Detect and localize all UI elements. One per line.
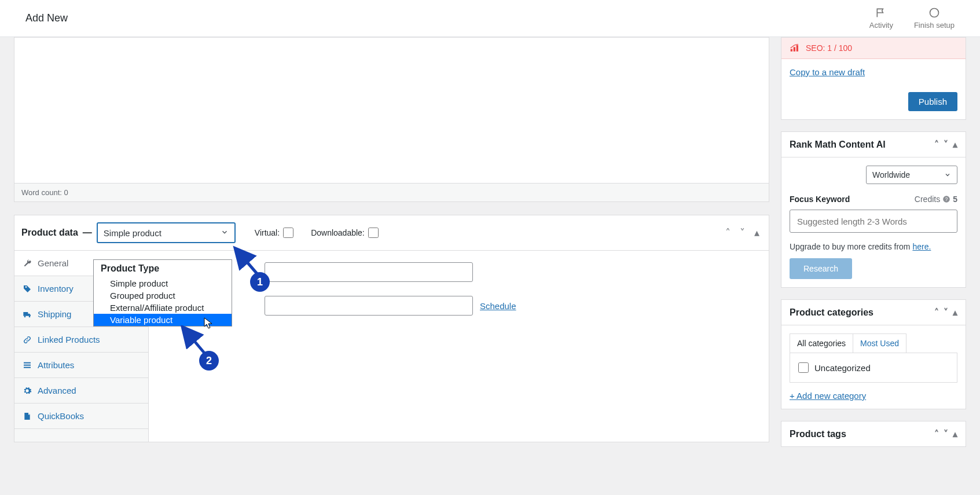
tab-advanced[interactable]: Advanced (14, 378, 148, 404)
schedule-link[interactable]: Schedule (480, 301, 516, 311)
tab-linked-products[interactable]: Linked Products (14, 327, 148, 353)
virtual-checkbox-wrap[interactable]: Virtual: (255, 228, 293, 238)
seo-score-label: SEO: 1 / 100 (806, 43, 852, 53)
panel-down-icon[interactable]: ˅ (944, 139, 948, 150)
top-header: Add New Activity Finish setup (0, 0, 980, 37)
list-icon (23, 361, 32, 370)
panel-up-icon[interactable]: ˄ (934, 307, 939, 318)
product-type-dropdown[interactable]: Product Type Simple product Grouped prod… (93, 259, 232, 327)
finish-setup-label: Finish setup (914, 21, 955, 30)
uncategorized-label: Uncategorized (814, 363, 871, 373)
svg-rect-5 (794, 47, 795, 52)
svg-text:?: ? (945, 197, 948, 202)
cat-tab-most-used[interactable]: Most Used (853, 334, 906, 353)
tag-icon (23, 284, 32, 294)
virtual-label: Virtual: (255, 228, 280, 237)
svg-line-10 (237, 250, 258, 275)
research-button[interactable]: Research (790, 258, 852, 279)
link-icon (23, 335, 32, 344)
word-count: Word count: 0 (21, 188, 68, 197)
panel-down-icon[interactable]: ˅ (944, 428, 948, 439)
chevron-down-icon (221, 228, 229, 238)
panel-down-icon[interactable]: ˅ (944, 307, 948, 318)
cursor-icon (204, 317, 213, 329)
upgrade-link[interactable]: here. (912, 242, 931, 251)
panel-toggle-icon[interactable]: ▴ (953, 428, 957, 439)
option-grouped-product[interactable]: Grouped product (94, 289, 232, 302)
sale-price-field[interactable] (265, 296, 473, 316)
help-icon[interactable]: ? (942, 195, 950, 203)
tab-attributes-label: Attributes (38, 360, 74, 370)
publish-box: SEO: 1 / 100 Copy to a new draft Publish (781, 37, 966, 120)
dropdown-group-label: Product Type (94, 260, 232, 277)
annotation-badge-1: 1 (250, 272, 270, 292)
panel-toggle-icon[interactable]: ▴ (953, 139, 957, 150)
scope-select[interactable]: Worldwide (866, 166, 957, 184)
rankmath-box: Rank Math Content AI ˄ ˅ ▴ Worldwide Foc… (781, 131, 966, 288)
downloadable-label: Downloadable: (311, 228, 365, 237)
tab-attributes[interactable]: Attributes (14, 353, 148, 378)
rankmath-title: Rank Math Content AI (790, 140, 886, 150)
uncategorized-checkbox[interactable] (798, 362, 809, 373)
downloadable-checkbox[interactable] (368, 228, 379, 238)
option-external-product[interactable]: External/Affiliate product (94, 302, 232, 314)
tab-general-label: General (38, 258, 68, 268)
tab-inventory-label: Inventory (38, 284, 74, 294)
option-simple-product[interactable]: Simple product (94, 277, 232, 289)
focus-keyword-field[interactable] (790, 210, 957, 233)
downloadable-checkbox-wrap[interactable]: Downloadable: (311, 228, 379, 238)
panel-up-icon[interactable]: ˄ (934, 428, 939, 439)
tab-quickbooks[interactable]: QuickBooks (14, 404, 148, 429)
dash: — (83, 228, 92, 238)
content-editor[interactable]: Word count: 0 (14, 37, 769, 202)
product-type-selected: Simple product (104, 228, 162, 238)
categories-title: Product categories (790, 307, 873, 318)
tab-linked-label: Linked Products (38, 335, 100, 344)
svg-line-12 (184, 329, 205, 354)
svg-rect-3 (24, 366, 31, 368)
copy-to-draft-link[interactable]: Copy to a new draft (790, 67, 865, 77)
credits-value: 5 (953, 195, 957, 204)
panel-down-icon[interactable]: ˅ (737, 225, 747, 240)
product-categories-box: Product categories ˄ ˅ ▴ All categories … (781, 299, 966, 409)
svg-rect-2 (24, 364, 31, 365)
panel-toggle-icon[interactable]: ▴ (953, 307, 957, 318)
panel-up-icon[interactable]: ˄ (934, 139, 939, 150)
circle-icon (928, 7, 940, 19)
flag-icon (875, 7, 887, 19)
tab-quickbooks-label: QuickBooks (38, 411, 84, 421)
finish-setup-button[interactable]: Finish setup (914, 7, 955, 30)
cat-tab-all[interactable]: All categories (790, 334, 853, 353)
panel-up-icon[interactable]: ˄ (723, 225, 733, 240)
activity-label: Activity (869, 21, 893, 30)
svg-point-0 (930, 9, 938, 17)
product-tags-box: Product tags ˄ ˅ ▴ (781, 421, 966, 447)
tab-advanced-label: Advanced (38, 386, 76, 395)
virtual-checkbox[interactable] (283, 228, 293, 238)
chevron-down-icon (944, 171, 951, 178)
truck-icon (23, 310, 32, 319)
svg-rect-6 (797, 45, 798, 52)
tab-shipping-label: Shipping (38, 309, 71, 319)
activity-button[interactable]: Activity (869, 7, 893, 30)
page-title: Add New (25, 12, 68, 24)
upgrade-text: Upgrade to buy more credits from here. (790, 242, 957, 251)
editor-footer: Word count: 0 (14, 183, 769, 201)
focus-keyword-label: Focus Keyword (790, 195, 850, 204)
credits-label: Credits (915, 195, 940, 204)
product-data-title: Product data (21, 228, 78, 238)
header-actions: Activity Finish setup (869, 7, 955, 30)
regular-price-field[interactable] (265, 262, 473, 282)
panel-toggle-icon[interactable]: ▴ (752, 225, 762, 240)
annotation-badge-2: 2 (199, 351, 219, 371)
product-type-select[interactable]: Simple product (97, 222, 236, 243)
gear-icon (23, 386, 32, 395)
svg-rect-1 (24, 362, 31, 363)
category-uncategorized[interactable]: Uncategorized (798, 362, 949, 373)
document-icon (23, 412, 32, 421)
wrench-icon (23, 259, 32, 268)
publish-button[interactable]: Publish (908, 92, 957, 111)
svg-rect-4 (791, 49, 792, 52)
add-category-link[interactable]: + Add new category (790, 391, 866, 401)
product-data-panel: Product data — Simple product Virtual: D… (14, 215, 769, 442)
